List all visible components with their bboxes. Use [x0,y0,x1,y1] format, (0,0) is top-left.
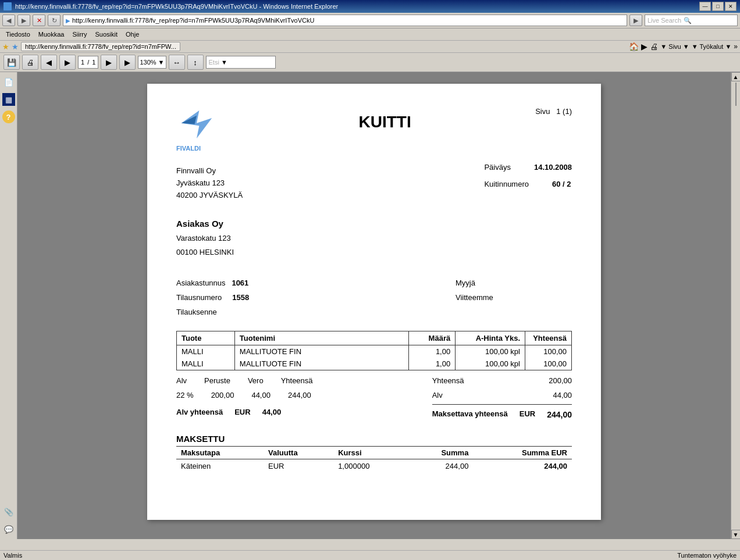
maximize-button[interactable]: □ [712,2,724,11]
zoom-value: 130% [140,59,156,66]
zoom-select[interactable]: 130% ▼ [138,56,166,69]
menu-ohje[interactable]: Ohje [122,30,143,39]
next-page-button[interactable]: ▶ [59,55,76,70]
vat-total-label: Alv yhteensä [176,405,223,420]
sidebar-icon-pages[interactable]: ▦ [2,93,15,106]
receipt-title: KUITTI [234,113,535,131]
sidebar-left: 📄 ▦ ? 📎 💬 [0,72,17,539]
extend-icon[interactable]: » [734,42,738,51]
row2-product: MALLI [177,358,235,370]
row2-qty: 1,00 [409,358,456,370]
sidebar-icon-comment[interactable]: 💬 [2,523,15,536]
table-row: MALLI MALLITUOTE FIN 1,00 100,00 kpl 100… [177,345,572,358]
vat-rate: 22 % [176,388,194,403]
menu-suosikit[interactable]: Suosikit [92,30,122,39]
nav-button-3[interactable]: ▶ [119,55,136,70]
company-street: Jyväskatu 123 [176,177,243,190]
row1-qty: 1,00 [409,345,456,358]
payable-currency: EUR [520,407,535,423]
summary-vat-value: 44,00 [553,388,572,403]
favorite-link[interactable]: http://kenny.finnvalli.fi:7778/fv_rep/re… [21,42,180,51]
total-pages: 1 [92,59,95,66]
customer-section: Asiakas Oy Varastokatu 123 00100 HELSINK… [176,216,572,259]
receipt-meta-right: Päiväys 14.10.2008 Kuitinnumero 60 / 2 [484,159,572,201]
fit-page-button[interactable]: ↕ [187,55,204,70]
scroll-thumb[interactable] [735,83,737,106]
pay-rate: 1,000000 [333,459,407,473]
logo-text: FIVALDI [176,145,234,152]
receipt-num-value: 60 / 2 [552,176,571,193]
back-button[interactable]: ◀ [2,15,15,26]
sidebar-icon-info[interactable]: ? [2,110,15,123]
search-box[interactable]: Live Search 🔍 [645,15,738,26]
pay-method: Käteinen [176,459,264,473]
company-logo: FIVALDI [176,107,234,148]
fav-right-icons: 🏠 ▶ 🖨 ▼ Sivu ▼ ▼ Työkalut ▼ » [629,42,738,51]
pay-amount: 244,00 [407,459,474,473]
document: FIVALDI KUITTI Sivu 1 (1) [147,84,601,520]
sidebar-icon-doc[interactable]: 📄 [2,76,15,88]
search-placeholder: Live Search [648,17,681,24]
page-label: Sivu [535,107,550,116]
nav-button-2[interactable]: ▶ [101,55,117,70]
rss-icon[interactable]: ▶ [641,42,648,51]
row1-unit-price: 100,00 kpl [456,345,525,358]
lock-icon: ▶ [66,17,70,24]
page-menu[interactable]: ▼ Sivu ▼ [660,43,689,50]
add-favorite-icon[interactable]: ★ [12,42,19,51]
page-separator: / [86,59,91,66]
print-icon[interactable]: 🖨 [650,42,658,51]
items-table: Tuote Tuotenimi Määrä A-Hinta Yks. Yhtee… [176,331,572,370]
pay-amount-eur: 244,00 [473,459,572,473]
col-product: Tuote [177,331,235,345]
home-icon[interactable]: 🏠 [629,42,639,51]
vat-total-value: 44,00 [262,405,282,420]
tax-value: 44,00 [251,388,271,403]
content-area[interactable]: FIVALDI KUITTI Sivu 1 (1) [17,72,731,539]
row1-total: 100,00 [525,345,572,358]
browser-body: 📄 ▦ ? 📎 💬 FIVALDI [0,72,740,539]
favorites-bar: ★ ★ http://kenny.finnvalli.fi:7778/fv_re… [0,41,740,53]
order-meta-right: Myyjä Viitteemme [456,276,572,319]
minimize-button[interactable]: — [699,2,711,11]
date-label: Päiväys [484,159,511,176]
doc-search-bar[interactable]: Etsi ▼ [206,56,276,69]
pdf-toolbar: 💾 🖨 ◀ ▶ 1 / 1 ▶ ▶ 130% ▼ ↔ ↕ Etsi ▼ [0,53,740,72]
payment-row: Käteinen EUR 1,000000 244,00 244,00 [176,459,572,473]
vat-label: Alv [176,374,187,388]
scroll-down-arrow[interactable]: ▼ [731,530,741,539]
forward-button[interactable]: ▶ [17,15,30,26]
refresh-button[interactable]: ↻ [48,15,61,26]
go-button[interactable]: ▶ [629,15,642,26]
table-row: MALLI MALLITUOTE FIN 1,00 100,00 kpl 100… [177,358,572,370]
page-nav: 1 / 1 [78,56,98,69]
customer-street: Varastokatu 123 [176,231,572,245]
menu-siirry[interactable]: Siirry [69,30,90,39]
order-num-value: 1558 [232,293,249,302]
fit-width-button[interactable]: ↔ [169,55,185,70]
search-button[interactable]: 🔍 [684,17,692,24]
menu-bar: Tiedosto Muokkaa Siirry Suosikit Ohje [0,28,740,41]
print-tool-button[interactable]: 🖨 [22,55,38,70]
tools-menu[interactable]: ▼ Työkalut ▼ [692,43,732,50]
pay-col-amount: Summa [407,447,474,459]
stop-button[interactable]: ✕ [33,15,45,26]
pay-col-method: Maksutapa [176,447,264,459]
pay-col-amount-eur: Summa EUR [473,447,572,459]
url-text: http://kenny.finnvalli.fi:7778/fv_rep/re… [72,17,314,24]
scroll-up-arrow[interactable]: ▲ [731,72,741,81]
save-tool-button[interactable]: 💾 [3,55,20,70]
company-name: Finnvalli Oy [176,165,243,177]
scroll-bar-right[interactable]: ▲ ▼ [731,72,740,539]
url-bar[interactable]: ▶ http://kenny.finnvalli.fi:7778/fv_rep/… [63,15,627,26]
seller-label: Myyjä [456,276,572,291]
current-page: 1 [81,59,84,66]
receipt-num-label: Kuitinnumero [484,176,529,193]
menu-tiedosto[interactable]: Tiedosto [2,30,34,39]
menu-muokkaa[interactable]: Muokkaa [35,30,68,39]
close-button[interactable]: ✕ [725,2,737,11]
sidebar-icon-clip[interactable]: 📎 [2,505,15,518]
prev-page-button[interactable]: ◀ [41,55,57,70]
svg-marker-1 [182,116,197,124]
vat-summary-row: Alv Peruste Vero Yhteensä 22 % 200,00 44… [176,374,572,422]
